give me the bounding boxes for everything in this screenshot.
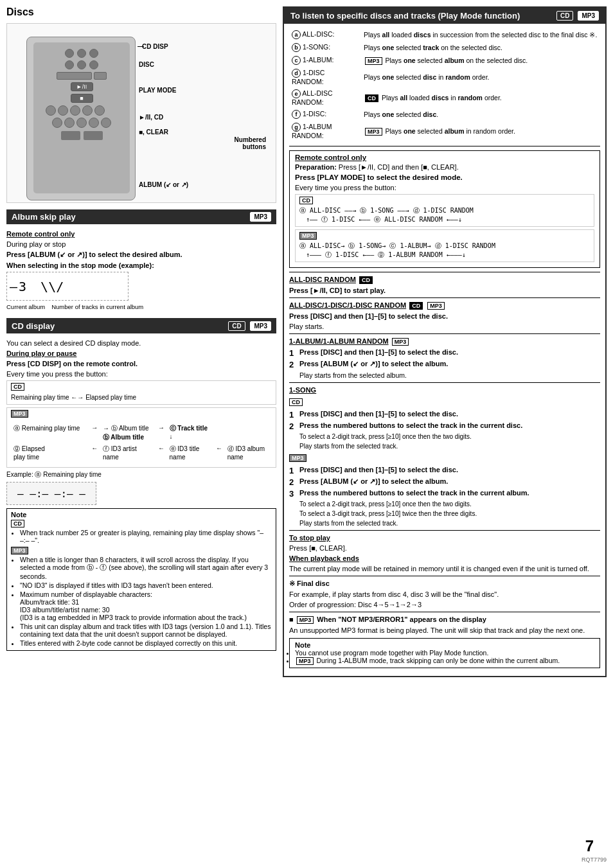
stop-play-text: Press [■, CLEAR]. [289, 544, 600, 552]
one-song-mp3-step-2-num: 2 [289, 477, 297, 487]
mp3-flow-line1: ⓐ ALL-DISC→ ⓑ 1-SONG→ ⓒ 1-ALBUM→ ⓓ 1-DIS… [299, 242, 590, 251]
album-step-1-text: Press [DISC] and then [1]–[5] to select … [299, 348, 458, 356]
mp3-flow-arrow4: ← [157, 444, 167, 461]
left-column: Discs [6, 6, 276, 862]
all-disc-1disc-label: ALL-DISC/1-DISC/1-DISC RANDOM [289, 301, 406, 309]
playback-ends-section: When playback ends [289, 554, 600, 562]
cd-flow-badge: CD [299, 197, 313, 204]
divider-7 [289, 576, 600, 576]
mp3-flow-badge: MP3 [299, 232, 317, 240]
cd-display-badges: CD MP3 [226, 321, 271, 331]
note-box-left: Note CD When track number 25 or greater … [6, 508, 276, 651]
one-song-mp3-step-2-text: Press [ALBUM (↙ or ↗)] to select the alb… [299, 477, 448, 486]
one-song-step-2: 2 Press the numbered buttons to select t… [289, 421, 600, 431]
note-cd-badge: CD [11, 520, 24, 527]
album-step-2-num: 2 [289, 360, 297, 369]
mp3-flow-g: ⓖ Elapsedplay time [12, 444, 89, 461]
album-skip-header: Album skip play MP3 [6, 209, 276, 224]
note-right-item-0: You cannot use program mode together wit… [295, 649, 594, 657]
prep-text: Preparation: Press [►/II, CD] and then [… [295, 163, 594, 171]
numbered-buttons-label: Numberedbuttons [208, 136, 266, 150]
album-display-tracks: \\/ [40, 279, 64, 294]
num-tracks-label: Number of tracks in current album [51, 303, 143, 310]
mode-d-desc: Plays one selected disc in random order. [362, 67, 599, 87]
album-skip-mp3-badge: MP3 [250, 212, 271, 222]
mp3-flow-d: ⓓ ID3 albumname [226, 444, 271, 461]
mp3-flow-diagram: MP3 ⓐ Remaining play time → → ⓑ Album ti… [6, 407, 276, 468]
cd-display-step1: Press [CD DISP] on the remote control. [6, 360, 138, 368]
cd-display-subtitle2: Every time you press the button: [6, 370, 276, 378]
mp3-flow-a: ⓐ Remaining play time [12, 423, 89, 443]
cd-display-header: CD display CD MP3 [6, 318, 276, 333]
note-mp3-item-1: "NO ID3" is displayed if titles with ID3… [20, 581, 272, 589]
playback-ends-text: The current play mode will be retained i… [289, 565, 600, 572]
mode-g-label: g 1-ALBUMRANDOM: [290, 121, 361, 141]
album-display-numbers: –3 [10, 279, 28, 294]
mode-a-label: a ALL-DISC: [290, 29, 361, 40]
divider-4 [289, 333, 600, 334]
all-disc-random-label: ALL-DISC RANDOM [289, 276, 356, 283]
listen-badges: CD MP3 [554, 11, 599, 21]
mp3-flow-arrow1: → [90, 423, 100, 443]
listen-content: a ALL-DISC: Plays all loaded discs in su… [284, 24, 605, 676]
note-right-list: You cannot use program mode together wit… [295, 649, 594, 665]
play-cd-label: ►/II, CD [139, 114, 163, 121]
mode-e-cd-badge: CD [365, 94, 378, 102]
divider-1 [289, 146, 600, 146]
album-1album-title: 1-ALBUM/1-ALBUM RANDOM MP3 [289, 337, 600, 346]
mp3-flow-e: ⓔ ID3 titlename [168, 444, 214, 461]
note-mp3-badge-inline: MP3 [296, 657, 314, 665]
divider-6 [289, 530, 600, 531]
one-song-step-1-num: 1 [289, 410, 297, 420]
mode-b-desc: Plays one selected track on the selected… [362, 42, 599, 53]
listen-header: To listen to specific discs and tracks (… [284, 8, 605, 24]
divider-8 [289, 612, 600, 612]
note-mp3-item-0: When a title is longer than 8 characters… [20, 556, 272, 580]
mp3-flow-box: MP3 ⓐ ALL-DISC→ ⓑ 1-SONG→ ⓒ 1-ALBUM→ ⓓ 1… [295, 229, 594, 262]
note-mp3-badge: MP3 [11, 547, 28, 554]
playback-ends-title: When playback ends [289, 554, 359, 562]
final-disc-title: ※ Final disc [289, 580, 330, 587]
one-song-mp3-step-1-num: 1 [289, 466, 297, 475]
mp3-flow-table: ⓐ Remaining play time → → ⓑ Album title … [11, 422, 272, 463]
cd-flow-line1: ⓐ ALL-DISC ——→ ⓑ 1-SONG ——→ ⓓ 1-DISC RAN… [299, 206, 590, 215]
remote-only-box: Remote control only Preparation: Press [… [289, 150, 600, 268]
mode-row-g: g 1-ALBUMRANDOM: MP3 Plays one selected … [290, 121, 599, 141]
final-disc-order: Order of progression: Disc 4→5→1→2→3 [289, 601, 600, 608]
display-sample-text: – –:– –:– – [17, 488, 85, 500]
mode-d-label: d 1-DISCRANDOM: [290, 67, 361, 87]
prep-desc: Press [►/II, CD] and then [■, CLEAR]. [339, 163, 459, 171]
clear-label: ■, CLEAR [139, 128, 168, 136]
note-mp3-list: When a title is longer than 8 characters… [20, 556, 272, 647]
one-song-step-1-text: Press [DISC] and then [1]–[5] to select … [299, 410, 458, 418]
mp3-3digit: To select a 3-digit track, press [≥10] t… [299, 510, 600, 517]
mp3-flow-f: ⓕ ID3 artistname [102, 444, 155, 461]
album-play-starts: Play starts from the selected album. [299, 371, 600, 379]
page-title: Discs [6, 6, 276, 18]
album-skip-content: Remote control only During play or stop … [6, 227, 276, 313]
cd-display-sample: – –:– –:– – [6, 482, 96, 505]
album-1album-label: 1-ALBUM/1-ALBUM RANDOM [289, 337, 389, 345]
note-mp3-item-2: Maximum number of displayable characters… [20, 590, 272, 621]
listen-cd-badge: CD [556, 11, 573, 21]
mode-f-label: f 1-DISC: [290, 109, 361, 120]
cd-display-content: You can select a desired CD display mode… [6, 337, 276, 657]
prep-label: Preparation: [295, 163, 337, 171]
note-title: Note [11, 511, 272, 518]
all-disc-1disc-step: Press [DISC] and then [1]–[5] to select … [289, 312, 600, 320]
mp3-badge-inline: MP3 [11, 410, 28, 418]
all-disc-play-starts: Play starts. [289, 323, 600, 330]
one-song-step-2-num: 2 [289, 421, 297, 431]
mp3-flow-b: → ⓑ Album title ⓑ Album title [102, 423, 155, 443]
page-number: 7 [585, 837, 594, 855]
one-song-mp3-step-3-text: Press the numbered buttons to select the… [299, 489, 529, 497]
not-mp3-mp3-badge: MP3 [297, 616, 314, 624]
album-1album-mp3-badge: MP3 [392, 338, 409, 346]
one-song-mp3-badge: MP3 [289, 454, 306, 462]
remote-only-title: Remote control only [295, 154, 594, 161]
all-disc-random-step: Press [►/II, CD] to start play. [289, 287, 600, 294]
mode-e-desc: CD Plays all loaded discs in random orde… [362, 88, 599, 107]
note-mp3-item-3: This unit can display album and track ti… [20, 623, 272, 638]
disc-label: DISC [139, 61, 154, 68]
rqt-code: RQT7799 [582, 856, 607, 863]
